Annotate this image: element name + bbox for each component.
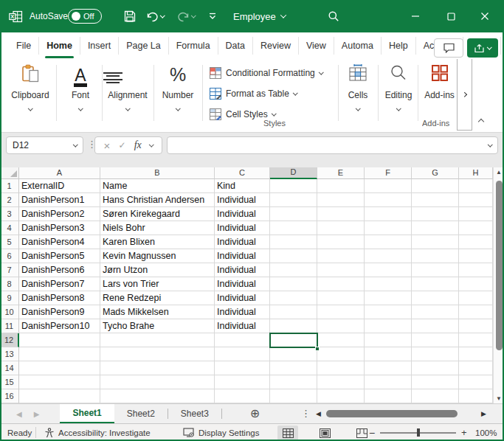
scroll-down-icon[interactable]: ▼ [494, 395, 504, 402]
row-header-11[interactable]: 11 [0, 319, 19, 333]
cell-C3[interactable]: Individual [215, 207, 270, 221]
cell-E1[interactable] [317, 179, 365, 193]
row-header-6[interactable]: 6 [0, 249, 19, 263]
cancel-icon[interactable]: × [104, 139, 111, 152]
cell-F14[interactable] [365, 361, 412, 375]
cell-A13[interactable] [19, 347, 100, 361]
cell-A2[interactable]: DanishPerson1 [19, 193, 100, 207]
column-header-B[interactable]: B [100, 167, 215, 179]
cell-D3[interactable] [270, 207, 317, 221]
cell-A16[interactable] [19, 389, 100, 403]
cell-E7[interactable] [317, 263, 365, 277]
cell-D7[interactable] [270, 263, 317, 277]
cell-G16[interactable] [412, 389, 459, 403]
cell-E13[interactable] [317, 347, 365, 361]
cell-C14[interactable] [215, 361, 270, 375]
vertical-scroll-thumb[interactable] [496, 181, 503, 350]
close-icon[interactable] [474, 0, 496, 32]
cell-A4[interactable]: DanishPerson3 [19, 221, 100, 235]
enter-icon[interactable]: ✓ [118, 140, 125, 150]
row-header-8[interactable]: 8 [0, 277, 19, 291]
cell-A14[interactable] [19, 361, 100, 375]
cell-E14[interactable] [317, 361, 365, 375]
cell-F16[interactable] [365, 389, 412, 403]
cell-F1[interactable] [365, 179, 412, 193]
cell-F5[interactable] [365, 235, 412, 249]
formula-input[interactable] [167, 136, 498, 154]
sheet-tab-sheet2[interactable]: Sheet2 [114, 404, 168, 423]
cell-D4[interactable] [270, 221, 317, 235]
autosave-toggle[interactable]: Off [68, 9, 102, 24]
cell-B12[interactable] [100, 333, 215, 347]
cell-H8[interactable] [459, 277, 493, 291]
cell-G14[interactable] [412, 361, 459, 375]
row-header-5[interactable]: 5 [0, 235, 19, 249]
cell-F6[interactable] [365, 249, 412, 263]
cell-A3[interactable]: DanishPerson2 [19, 207, 100, 221]
fill-handle[interactable] [315, 347, 320, 351]
row-header-14[interactable]: 14 [0, 361, 19, 375]
cell-E3[interactable] [317, 207, 365, 221]
cell-C4[interactable]: Individual [215, 221, 270, 235]
cell-C15[interactable] [215, 375, 270, 389]
minimize-icon[interactable] [404, 0, 427, 32]
cell-B7[interactable]: Jørn Utzon [100, 263, 215, 277]
cell-B14[interactable] [100, 361, 215, 375]
column-header-C[interactable]: C [215, 167, 270, 179]
cell-H3[interactable] [459, 207, 493, 221]
cell-C2[interactable]: Individual [215, 193, 270, 207]
page-layout-view-button[interactable] [314, 426, 335, 440]
select-all-corner[interactable] [0, 167, 19, 179]
cell-E8[interactable] [317, 277, 365, 291]
sheet-tab-sheet1[interactable]: Sheet1 [60, 404, 114, 423]
cell-B8[interactable]: Lars von Trier [100, 277, 215, 291]
cell-F3[interactable] [365, 207, 412, 221]
cell-E5[interactable] [317, 235, 365, 249]
cell-G5[interactable] [412, 235, 459, 249]
share-button[interactable] [467, 38, 498, 58]
zoom-slider[interactable] [380, 432, 456, 434]
cell-G15[interactable] [412, 375, 459, 389]
conditional-formatting-button[interactable]: Conditional Formatting [210, 65, 322, 81]
cell-A11[interactable]: DanishPerson10 [19, 319, 100, 333]
cell-E15[interactable] [317, 375, 365, 389]
cell-G2[interactable] [412, 193, 459, 207]
ribbon-tab-data[interactable]: Data [218, 37, 253, 55]
cell-B6[interactable]: Kevin Magnussen [100, 249, 215, 263]
vertical-scrollbar[interactable]: ▲ ▼ [493, 167, 504, 403]
column-header-F[interactable]: F [365, 167, 412, 179]
ribbon-tab-review[interactable]: Review [253, 37, 299, 55]
column-header-A[interactable]: A [19, 167, 100, 179]
cell-D2[interactable] [270, 193, 317, 207]
add-sheet-icon[interactable]: ⊕ [250, 408, 260, 420]
cell-B10[interactable]: Mads Mikkelsen [100, 305, 215, 319]
row-header-3[interactable]: 3 [0, 207, 19, 221]
cell-H10[interactable] [459, 305, 493, 319]
row-header-7[interactable]: 7 [0, 263, 19, 277]
accessibility-button[interactable]: Accessibility: Investigate [44, 424, 151, 441]
cell-B15[interactable] [100, 375, 215, 389]
cell-A5[interactable]: DanishPerson4 [19, 235, 100, 249]
cell-E11[interactable] [317, 319, 365, 333]
row-header-1[interactable]: 1 [0, 179, 19, 193]
cell-H6[interactable] [459, 249, 493, 263]
ribbon-tab-view[interactable]: View [299, 37, 334, 55]
cell-G1[interactable] [412, 179, 459, 193]
sheet-nav-right-icon[interactable]: ▶ [34, 410, 40, 418]
cell-A10[interactable]: DanishPerson9 [19, 305, 100, 319]
cell-G12[interactable] [412, 333, 459, 347]
sheet-tab-sheet3[interactable]: Sheet3 [168, 404, 221, 423]
cell-C5[interactable]: Individual [215, 235, 270, 249]
cell-H14[interactable] [459, 361, 493, 375]
cell-H7[interactable] [459, 263, 493, 277]
sheet-nav-left-icon[interactable]: ◀ [16, 410, 22, 418]
cell-H9[interactable] [459, 291, 493, 305]
cell-G4[interactable] [412, 221, 459, 235]
cell-H5[interactable] [459, 235, 493, 249]
ribbon-tab-insert[interactable]: Insert [80, 37, 119, 55]
sheet-menu-icon[interactable]: ⋮ [301, 408, 311, 419]
cell-H15[interactable] [459, 375, 493, 389]
ribbon-tab-page-la[interactable]: Page La [119, 37, 169, 55]
add-ins-group-button[interactable]: Add-ins [422, 59, 457, 100]
hscroll-right-icon[interactable]: ▶ [481, 410, 486, 417]
